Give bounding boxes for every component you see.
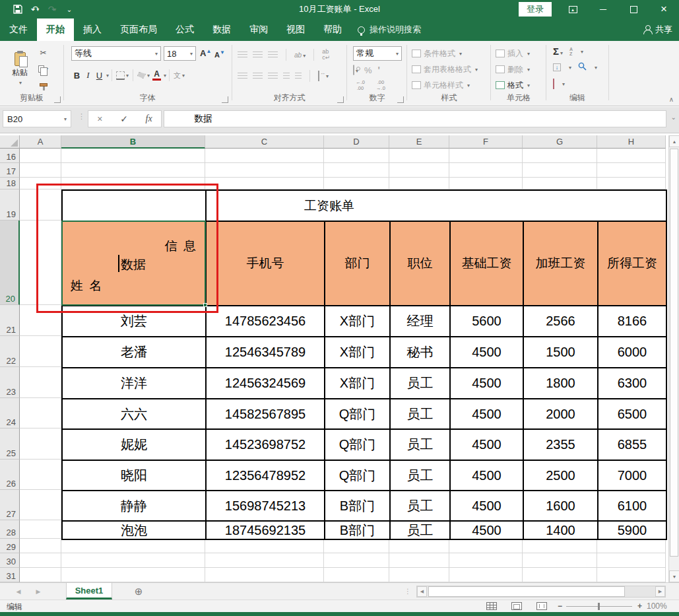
cell-D21[interactable]: X部门: [325, 306, 391, 337]
row-header-29[interactable]: 29: [0, 539, 20, 553]
horizontal-scrollbar[interactable]: ◀ ▶: [416, 586, 666, 598]
cell-E24[interactable]: 员工: [391, 399, 451, 430]
row-header-23[interactable]: 23: [0, 367, 20, 398]
cell-H24[interactable]: 6500: [598, 399, 667, 430]
cell-F26[interactable]: 4500: [451, 461, 524, 491]
font-size-select[interactable]: 18▾: [164, 46, 196, 61]
cell-D25[interactable]: Q部门: [325, 430, 391, 461]
align-center-icon[interactable]: [253, 73, 263, 79]
header-position[interactable]: 职位: [391, 222, 451, 306]
save-icon[interactable]: [9, 1, 26, 17]
number-dialog-launcher[interactable]: [397, 96, 404, 103]
cell-H27[interactable]: 6100: [598, 491, 667, 522]
select-all-button[interactable]: [0, 135, 20, 149]
cell-F22[interactable]: 4500: [451, 337, 524, 368]
decrease-decimal-button[interactable]: .00 →.0: [373, 79, 388, 91]
number-format-select[interactable]: 常规▾: [353, 46, 402, 61]
cell-G21[interactable]: 2566: [524, 306, 598, 337]
cell-G23[interactable]: 1800: [524, 368, 598, 399]
clear-button[interactable]: [553, 79, 554, 88]
sheet-nav-left-icon[interactable]: ◀: [9, 583, 28, 600]
cell-H22[interactable]: 6000: [598, 337, 667, 368]
row-header-26[interactable]: 26: [0, 460, 20, 490]
normal-view-button[interactable]: [486, 602, 497, 610]
redo-button[interactable]: ↷▾: [44, 1, 61, 17]
row-header-30[interactable]: 30: [0, 553, 20, 568]
column-header-D[interactable]: D: [324, 135, 389, 149]
align-bottom-icon[interactable]: [268, 51, 278, 58]
sort-filter-button[interactable]: AZ: [569, 47, 573, 56]
cell-H23[interactable]: 6300: [598, 368, 667, 399]
maximize-button[interactable]: [618, 0, 649, 18]
insert-function-button[interactable]: fx: [146, 114, 152, 124]
tab-file[interactable]: 文件: [0, 18, 37, 41]
row-header-17[interactable]: 17: [0, 163, 20, 178]
cell-E28[interactable]: 员工: [391, 522, 451, 540]
row-header-16[interactable]: 16: [0, 149, 20, 163]
cell-B26[interactable]: 晓阳: [63, 461, 207, 491]
paste-button[interactable]: 粘贴 ▾: [5, 45, 34, 92]
cell-B21[interactable]: 刘芸: [63, 306, 207, 337]
percent-style-button[interactable]: %: [364, 65, 372, 75]
alignment-dialog-launcher[interactable]: [337, 96, 344, 103]
cell-G27[interactable]: 1600: [524, 491, 598, 522]
cell-B25[interactable]: 妮妮: [63, 430, 207, 461]
cell-B27[interactable]: 静静: [63, 491, 207, 522]
align-left-icon[interactable]: [238, 73, 247, 79]
zoom-in-button[interactable]: +: [637, 601, 642, 611]
row-header-31[interactable]: 31: [0, 568, 20, 582]
accounting-format-button[interactable]: ▾: [353, 65, 358, 75]
cell-C22[interactable]: 12546345789: [207, 337, 325, 368]
column-header-E[interactable]: E: [389, 135, 449, 149]
column-header-C[interactable]: C: [205, 135, 324, 149]
phonetic-button[interactable]: 文▾: [172, 69, 186, 82]
cell-D27[interactable]: B部门: [325, 491, 391, 522]
cell-C25[interactable]: 14523698752: [207, 430, 325, 461]
cell-F23[interactable]: 4500: [451, 368, 524, 399]
formula-input[interactable]: 数据: [164, 110, 666, 127]
fill-button[interactable]: ↓: [553, 63, 561, 71]
row-header-22[interactable]: 22: [0, 336, 20, 367]
horizontal-scroll-thumb[interactable]: [428, 586, 625, 597]
hscroll-right-button[interactable]: ▶: [655, 586, 665, 597]
tab-data[interactable]: 数据: [203, 18, 240, 41]
cell-B20-corner-header[interactable]: 信 息 数据 姓 名: [63, 222, 207, 306]
font-dialog-launcher[interactable]: [222, 96, 228, 103]
decrease-indent-icon[interactable]: [283, 73, 290, 79]
cell-F27[interactable]: 4500: [451, 491, 524, 522]
tell-me-search[interactable]: 操作说明搜索: [358, 18, 421, 41]
zoom-percentage[interactable]: 100%: [647, 601, 667, 611]
enter-entry-button[interactable]: ✓: [120, 114, 128, 124]
ribbon-display-options-icon[interactable]: ▴: [558, 0, 588, 18]
formula-bar-splitter[interactable]: ⋮: [78, 112, 86, 121]
customize-qat-button[interactable]: ⌄: [61, 1, 78, 17]
header-overtime-salary[interactable]: 加班工资: [524, 222, 598, 306]
row-header-21[interactable]: 21: [0, 305, 20, 336]
cell-C28[interactable]: 18745692135: [207, 522, 325, 540]
cell-B22[interactable]: 老潘: [63, 337, 207, 368]
tab-help[interactable]: 帮助: [314, 18, 351, 41]
collapse-ribbon-button[interactable]: ∧: [669, 96, 674, 103]
cell-H25[interactable]: 6855: [598, 430, 667, 461]
zoom-out-button[interactable]: −: [558, 601, 562, 611]
header-base-salary[interactable]: 基础工资: [451, 222, 524, 306]
page-layout-view-button[interactable]: [511, 602, 522, 610]
close-button[interactable]: ×: [649, 0, 679, 18]
italic-button[interactable]: I: [82, 70, 94, 81]
expand-formula-bar-icon[interactable]: ⌄: [671, 114, 676, 121]
cell-C24[interactable]: 14582567895: [207, 399, 325, 430]
underline-button[interactable]: U: [94, 71, 105, 81]
header-department[interactable]: 部门: [325, 222, 391, 306]
format-cells-button[interactable]: 格式▾: [496, 78, 530, 92]
cell-B24[interactable]: 六六: [63, 399, 207, 430]
tab-page-layout[interactable]: 页面布局: [111, 18, 166, 41]
cell-E22[interactable]: 秘书: [391, 337, 451, 368]
cut-button[interactable]: ✂: [37, 46, 49, 59]
login-button[interactable]: 登录: [519, 2, 552, 17]
cell-H21[interactable]: 8166: [598, 306, 667, 337]
header-total-salary[interactable]: 所得工资: [598, 222, 667, 306]
insert-cells-button[interactable]: 插入▾: [496, 46, 530, 61]
cell-B28[interactable]: 泡泡: [63, 522, 207, 540]
row-header-25[interactable]: 25: [0, 428, 20, 460]
copy-button[interactable]: ▾: [37, 62, 49, 75]
